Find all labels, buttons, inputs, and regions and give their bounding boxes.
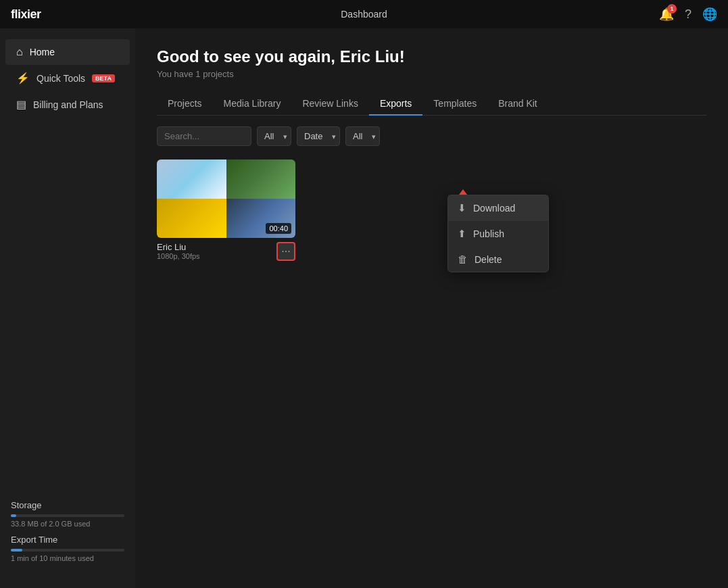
context-menu-download[interactable]: ⬇ Download xyxy=(448,195,548,221)
tab-media-library[interactable]: Media Library xyxy=(213,93,292,116)
filter-all-1-wrap: All xyxy=(257,126,291,146)
storage-label: Storage xyxy=(11,500,124,510)
logo: flixier xyxy=(11,7,41,22)
delete-icon: 🗑 xyxy=(458,253,468,265)
storage-section: Storage 33.8 MB of 2.0 GB used Export Ti… xyxy=(0,492,135,577)
dashboard-link[interactable]: Dashboard xyxy=(341,9,387,20)
video-duration: 00:40 xyxy=(266,223,291,234)
sidebar-item-quick-tools-label: Quick Tools xyxy=(37,73,85,84)
help-icon[interactable]: ? xyxy=(685,7,691,22)
dropdown-arrow xyxy=(459,189,467,195)
sidebar: ⌂ Home ⚡ Quick Tools beta ▤ Billing and … xyxy=(0,28,135,588)
download-icon: ⬇ xyxy=(458,202,466,214)
topnav-actions: 🔔 1 ? 🌐 xyxy=(659,7,717,22)
tab-bar: Projects Media Library Review Links Expo… xyxy=(157,93,706,116)
export-time-label: Export Time xyxy=(11,535,124,545)
exports-grid: 00:40 Eric Liu 1080p, 30fps ··· ⬇ Downlo… xyxy=(157,160,706,261)
tab-exports[interactable]: Exports xyxy=(369,93,422,116)
context-menu-publish[interactable]: ⬆ Publish xyxy=(448,221,548,247)
storage-bar-fill xyxy=(11,514,16,517)
tab-review-links[interactable]: Review Links xyxy=(291,93,368,116)
tab-templates[interactable]: Templates xyxy=(422,93,487,116)
thumb-cell-1 xyxy=(157,160,226,199)
home-icon: ⌂ xyxy=(16,46,23,58)
publish-label: Publish xyxy=(473,228,504,239)
delete-label: Delete xyxy=(475,254,502,265)
search-input[interactable] xyxy=(157,126,251,146)
context-menu-delete[interactable]: 🗑 Delete xyxy=(448,247,548,272)
video-card: 00:40 Eric Liu 1080p, 30fps ··· xyxy=(157,160,295,261)
export-time-text: 1 min of 10 minutes used xyxy=(11,554,124,562)
notifications-icon[interactable]: 🔔 1 xyxy=(659,7,674,22)
video-info: Eric Liu 1080p, 30fps ··· xyxy=(157,242,295,261)
export-bar-fill xyxy=(11,549,22,552)
context-menu: ⬇ Download ⬆ Publish 🗑 Delete xyxy=(447,195,549,272)
filters-row: All Date All xyxy=(157,126,706,146)
export-bar-bg xyxy=(11,549,124,552)
storage-bar-bg xyxy=(11,514,124,517)
beta-badge: beta xyxy=(92,74,115,82)
publish-icon: ⬆ xyxy=(458,228,466,240)
notif-badge: 1 xyxy=(667,4,677,14)
sidebar-item-home-label: Home xyxy=(30,47,55,57)
filter-date[interactable]: Date xyxy=(297,126,340,146)
download-label: Download xyxy=(473,203,515,214)
more-options-button[interactable]: ··· xyxy=(276,242,295,261)
thumb-cell-3 xyxy=(157,199,226,238)
filter-all-1[interactable]: All xyxy=(257,126,291,146)
filter-all-2-wrap: All xyxy=(345,126,380,146)
sidebar-item-billing-label: Billing and Plans xyxy=(33,99,103,110)
main-content: Good to see you again, Eric Liu! You hav… xyxy=(135,28,728,588)
globe-icon[interactable]: 🌐 xyxy=(702,7,717,22)
storage-text: 33.8 MB of 2.0 GB used xyxy=(11,520,124,528)
sidebar-item-quick-tools[interactable]: ⚡ Quick Tools beta xyxy=(5,65,130,91)
video-details: Eric Liu 1080p, 30fps xyxy=(157,242,200,260)
video-name: Eric Liu xyxy=(157,242,200,252)
sidebar-item-billing[interactable]: ▤ Billing and Plans xyxy=(5,91,130,118)
quick-tools-icon: ⚡ xyxy=(16,72,30,84)
tab-brand-kit[interactable]: Brand Kit xyxy=(487,93,548,116)
video-meta: 1080p, 30fps xyxy=(157,252,200,260)
billing-icon: ▤ xyxy=(16,98,26,111)
video-thumbnail: 00:40 xyxy=(157,160,295,238)
sidebar-item-home[interactable]: ⌂ Home xyxy=(5,39,130,65)
tab-projects[interactable]: Projects xyxy=(157,93,213,116)
topnav: flixier Dashboard 🔔 1 ? 🌐 xyxy=(0,0,728,28)
filter-date-wrap: Date xyxy=(297,126,340,146)
page-subtitle: You have 1 projects xyxy=(157,69,706,79)
filter-all-2[interactable]: All xyxy=(345,126,380,146)
page-title: Good to see you again, Eric Liu! xyxy=(157,47,706,66)
thumb-cell-2 xyxy=(226,160,296,199)
